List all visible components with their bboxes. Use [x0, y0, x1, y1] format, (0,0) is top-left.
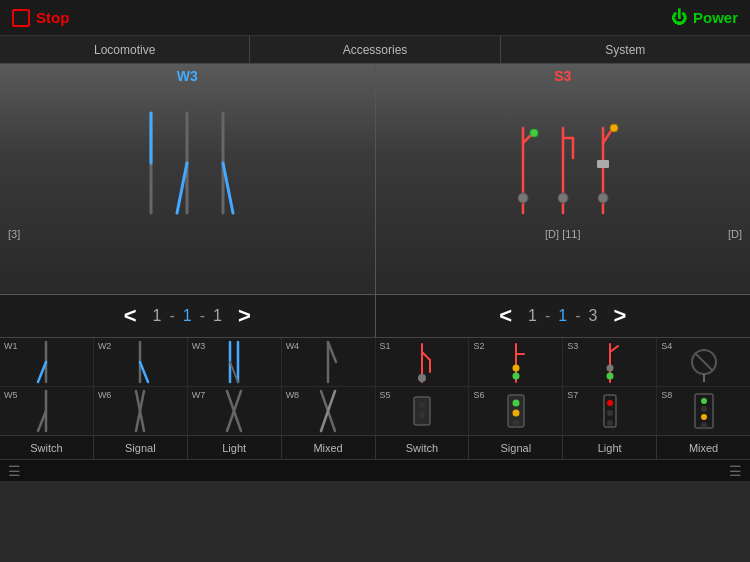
display-area: W3 [3] S3 — [0, 64, 750, 294]
left-switch-3 — [209, 108, 237, 218]
tab-accessories[interactable]: Accessories — [250, 36, 500, 63]
cell-S6-icon — [502, 389, 530, 433]
bottom-label-light-left: Light — [188, 436, 282, 459]
cell-S5-label: S5 — [380, 390, 391, 400]
svg-point-55 — [512, 400, 519, 407]
stop-label: Stop — [36, 9, 69, 26]
right-prev-button[interactable]: < — [491, 303, 520, 329]
cell-W7-label: W7 — [192, 390, 206, 400]
svg-point-60 — [607, 410, 613, 416]
right-switches — [497, 88, 629, 218]
svg-point-63 — [701, 398, 707, 404]
stop-icon — [12, 9, 30, 27]
cell-S8[interactable]: S8 — [657, 387, 750, 435]
bottom-label-mixed-left: Mixed — [282, 436, 376, 459]
svg-point-52 — [419, 402, 425, 408]
grid-rows: W1 W2 W3 — [0, 338, 750, 435]
cell-W4-icon — [316, 340, 340, 384]
bottom-labels-row: Switch Signal Light Mixed Switch Signal … — [0, 435, 750, 459]
cell-S7-icon — [596, 389, 624, 433]
control-row: < 1 - 1 - 1 > < 1 - 1 - 3 > — [0, 294, 750, 338]
right-loco-name: S3 — [554, 68, 571, 84]
tab-system[interactable]: System — [501, 36, 750, 63]
bottom-label-switch-left: Switch — [0, 436, 94, 459]
cell-S6[interactable]: S6 — [469, 387, 563, 435]
cell-W8[interactable]: W8 — [282, 387, 375, 435]
menu-left-icon[interactable]: ☰ — [8, 463, 21, 479]
cell-S6-label: S6 — [473, 390, 484, 400]
svg-point-8 — [518, 193, 528, 203]
svg-line-45 — [610, 346, 618, 352]
cell-S7[interactable]: S7 — [563, 387, 657, 435]
tab-locomotive[interactable]: Locomotive — [0, 36, 250, 63]
svg-point-53 — [419, 412, 425, 418]
cell-S7-label: S7 — [567, 390, 578, 400]
svg-point-39 — [418, 374, 426, 382]
cell-W4[interactable]: W4 — [282, 338, 375, 386]
svg-point-57 — [512, 420, 519, 427]
cell-S3[interactable]: S3 — [563, 338, 657, 386]
cell-S2-label: S2 — [473, 341, 484, 351]
svg-point-13 — [558, 193, 568, 203]
cell-W2-label: W2 — [98, 341, 112, 351]
grid-area: W1 W2 W3 — [0, 338, 750, 459]
grid-row-2: W5 W6 W7 — [0, 387, 375, 435]
svg-line-49 — [695, 353, 713, 371]
left-prev-button[interactable]: < — [116, 303, 145, 329]
bottom-label-switch-right: Switch — [376, 436, 470, 459]
svg-point-46 — [606, 373, 613, 380]
svg-point-66 — [701, 422, 707, 428]
svg-point-65 — [701, 414, 707, 420]
svg-point-43 — [512, 365, 519, 372]
cell-S5-icon — [408, 389, 436, 433]
section-S: S1 S2 — [376, 338, 751, 435]
cell-S2[interactable]: S2 — [469, 338, 563, 386]
cell-W1[interactable]: W1 — [0, 338, 94, 386]
svg-point-59 — [607, 400, 613, 406]
cell-S4-label: S4 — [661, 341, 672, 351]
cell-W6-label: W6 — [98, 390, 112, 400]
cell-W5[interactable]: W5 — [0, 387, 94, 435]
left-sep2: - — [200, 307, 205, 325]
right-sep1: - — [545, 307, 550, 325]
cell-W3[interactable]: W3 — [188, 338, 282, 386]
cell-S1[interactable]: S1 — [376, 338, 470, 386]
svg-point-47 — [606, 365, 613, 372]
menu-right-icon[interactable]: ☰ — [729, 463, 742, 479]
cell-S3-icon — [596, 340, 624, 384]
stop-button[interactable]: Stop — [12, 9, 69, 27]
cell-S8-icon — [690, 389, 718, 433]
power-button[interactable]: ⏻ Power — [671, 9, 738, 27]
cell-W6[interactable]: W6 — [94, 387, 188, 435]
left-num2: 1 — [183, 307, 192, 325]
cell-W4-label: W4 — [286, 341, 300, 351]
power-label: Power — [693, 9, 738, 26]
left-bottom-label: [3] — [8, 228, 20, 240]
cell-S5[interactable]: S5 — [376, 387, 470, 435]
svg-point-42 — [512, 373, 519, 380]
left-sep1: - — [169, 307, 174, 325]
cell-W2[interactable]: W2 — [94, 338, 188, 386]
right-num2: 1 — [558, 307, 567, 325]
right-next-button[interactable]: > — [605, 303, 634, 329]
bottom-label-signal-right: Signal — [469, 436, 563, 459]
svg-point-56 — [512, 410, 519, 417]
cell-S4[interactable]: S4 — [657, 338, 750, 386]
cell-W5-label: W5 — [4, 390, 18, 400]
bottom-label-light-right: Light — [563, 436, 657, 459]
cell-W7[interactable]: W7 — [188, 387, 282, 435]
right-display: S3 — [375, 64, 751, 294]
cell-W1-label: W1 — [4, 341, 18, 351]
cell-W8-label: W8 — [286, 390, 300, 400]
left-next-button[interactable]: > — [230, 303, 259, 329]
cell-W8-icon — [314, 389, 342, 433]
section-W: W1 W2 W3 — [0, 338, 376, 435]
cell-W7-icon — [220, 389, 248, 433]
svg-point-9 — [530, 129, 538, 137]
svg-point-17 — [610, 124, 618, 132]
left-loco-name: W3 — [177, 68, 198, 84]
tab-bar: Locomotive Accessories System — [0, 36, 750, 64]
cell-S3-label: S3 — [567, 341, 578, 351]
cell-W3-icon — [220, 340, 248, 384]
cell-W2-icon — [128, 340, 152, 384]
